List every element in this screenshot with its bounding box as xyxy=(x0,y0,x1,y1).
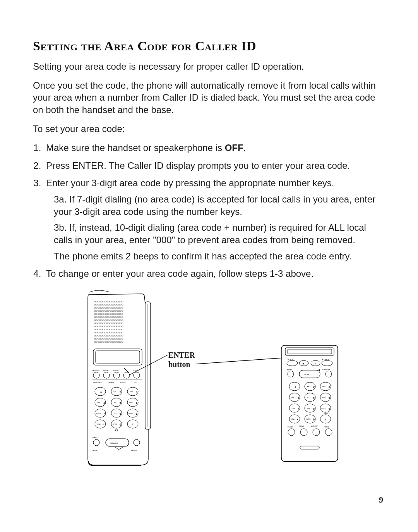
page-number: 9 xyxy=(379,495,383,505)
svg-text:CALL BACK: CALL BACK xyxy=(321,359,329,360)
svg-text:5: 5 xyxy=(313,396,315,399)
svg-text:*: * xyxy=(103,423,104,426)
handset-illustration: DELETE CALL BACK ◀ ▶ ENTER PHONE INTERCO… xyxy=(281,345,339,463)
svg-text:VIP: VIP xyxy=(134,381,137,383)
svg-text:DIAL T .: DIAL T . xyxy=(93,436,98,438)
step-1-text-a: Make sure the handset or speakerphone is xyxy=(46,142,225,153)
svg-point-91 xyxy=(288,371,294,377)
svg-text:TONE: TONE xyxy=(96,423,101,425)
svg-text:3: 3 xyxy=(329,386,330,388)
svg-text:7: 7 xyxy=(298,407,299,410)
svg-text:OPER: OPER xyxy=(306,418,310,420)
svg-text:TONE: TONE xyxy=(291,418,295,420)
svg-text:DELETE: DELETE xyxy=(287,359,293,360)
svg-line-77 xyxy=(196,357,290,364)
svg-text:#: # xyxy=(132,423,134,426)
svg-point-24 xyxy=(93,372,99,378)
svg-text:#: # xyxy=(325,418,326,421)
svg-text:REDIAL: REDIAL xyxy=(324,426,330,428)
svg-text:1: 1 xyxy=(295,385,296,388)
enter-label-line1: ENTER xyxy=(168,350,195,360)
paragraph-1: Setting your area code is necessary for … xyxy=(33,60,383,72)
svg-point-94 xyxy=(319,369,320,371)
step-3-text: Enter your 3-digit area code by pressing… xyxy=(46,178,334,188)
svg-text:◀: ◀ xyxy=(302,362,304,365)
step-3: Enter your 3-digit area code by pressing… xyxy=(44,177,383,262)
svg-point-132 xyxy=(288,429,295,436)
svg-point-26 xyxy=(113,372,120,378)
svg-text:3: 3 xyxy=(136,391,137,393)
svg-text:ABC: ABC xyxy=(307,386,310,388)
svg-text:SPEAKER: SPEAKER xyxy=(110,442,118,444)
svg-text:MUTE: MUTE xyxy=(93,450,97,451)
paragraph-3: To set your area code: xyxy=(33,123,383,135)
svg-text:1: 1 xyxy=(100,390,102,393)
svg-rect-140 xyxy=(300,446,319,449)
svg-point-25 xyxy=(103,372,110,378)
steps-list: Make sure the handset or speakerphone is… xyxy=(33,142,383,280)
svg-text:2: 2 xyxy=(313,386,315,388)
svg-text:ENTER: ENTER xyxy=(120,381,126,383)
svg-text:FLASH: FLASH xyxy=(113,370,118,372)
svg-text:FLASH: FLASH xyxy=(288,426,293,428)
phone-base-illustration: ooooooooooooooooo ooooooooooooooooo oooo… xyxy=(87,288,157,467)
step-2: Press ENTER. The Caller ID display promp… xyxy=(44,160,383,172)
svg-text:9: 9 xyxy=(136,412,137,415)
svg-text:MEMORY: MEMORY xyxy=(93,370,99,372)
svg-text:PQRS: PQRS xyxy=(291,407,295,409)
svg-text:MNO: MNO xyxy=(322,396,325,398)
page-content: Setting the Area Code for Caller ID Sett… xyxy=(33,39,383,285)
svg-text:ENTER: ENTER xyxy=(287,369,293,371)
svg-text:GHI: GHI xyxy=(291,396,294,398)
svg-text:CALL BACK: CALL BACK xyxy=(93,381,102,383)
svg-text:WXYZ: WXYZ xyxy=(128,412,133,414)
svg-text:DEF: DEF xyxy=(130,391,133,393)
svg-text:8: 8 xyxy=(120,412,121,415)
svg-text:GHI: GHI xyxy=(97,402,100,403)
step-4: To change or enter your area code again,… xyxy=(44,268,383,280)
svg-text:JKL: JKL xyxy=(113,402,116,403)
svg-point-68 xyxy=(116,429,118,431)
svg-rect-18 xyxy=(96,351,140,363)
svg-text:TUV: TUV xyxy=(307,407,310,409)
svg-text:6: 6 xyxy=(329,396,330,399)
svg-text:INTERCOM: INTERCOM xyxy=(322,369,330,371)
svg-text:OPER: OPER xyxy=(113,423,117,425)
step-1: Make sure the handset or speakerphone is… xyxy=(44,142,383,154)
svg-text:RING: >: RING: > xyxy=(324,413,330,415)
svg-text:MEMORY: MEMORY xyxy=(311,425,318,427)
svg-text:PHONE: PHONE xyxy=(304,374,310,376)
svg-text:8: 8 xyxy=(313,407,315,410)
svg-point-87 xyxy=(322,360,332,366)
svg-text:TUV: TUV xyxy=(113,412,116,414)
figure: ooooooooooooooooo ooooooooooooooooo oooo… xyxy=(33,288,383,498)
svg-rect-92 xyxy=(299,370,320,378)
svg-text:DELETE: DELETE xyxy=(108,381,114,383)
svg-text:CH/VIP: CH/VIP xyxy=(299,425,305,427)
step-1-text-c: . xyxy=(243,142,246,153)
svg-rect-81 xyxy=(288,349,332,354)
svg-point-135 xyxy=(325,429,332,436)
svg-text:PAGE/INT: PAGE/INT xyxy=(131,450,139,451)
svg-text:JKL: JKL xyxy=(307,396,310,398)
svg-text:9: 9 xyxy=(329,407,330,410)
enter-label-line2: button xyxy=(168,360,195,369)
svg-text:MNO: MNO xyxy=(129,402,133,403)
step-1-off: OFF xyxy=(225,142,243,153)
svg-text:4: 4 xyxy=(103,402,105,404)
svg-point-84 xyxy=(287,360,298,366)
svg-text:▶: ▶ xyxy=(315,362,316,365)
svg-point-133 xyxy=(300,429,307,436)
svg-point-96 xyxy=(325,371,332,377)
svg-text:6: 6 xyxy=(136,402,137,404)
step-3b: 3b. If, instead, 10-digit dialing (area … xyxy=(54,221,383,246)
svg-point-27 xyxy=(123,372,130,378)
svg-text:0: 0 xyxy=(313,418,315,421)
svg-text:*: * xyxy=(297,419,298,421)
svg-text:ooooooooooooooooo: ooooooooooooooooo xyxy=(94,340,123,343)
svg-point-70 xyxy=(93,439,99,446)
svg-text:PAUSE: PAUSE xyxy=(133,370,138,372)
svg-text:ABC: ABC xyxy=(113,391,116,393)
svg-point-73 xyxy=(134,439,140,446)
enter-button-label: ENTER button xyxy=(168,350,195,369)
